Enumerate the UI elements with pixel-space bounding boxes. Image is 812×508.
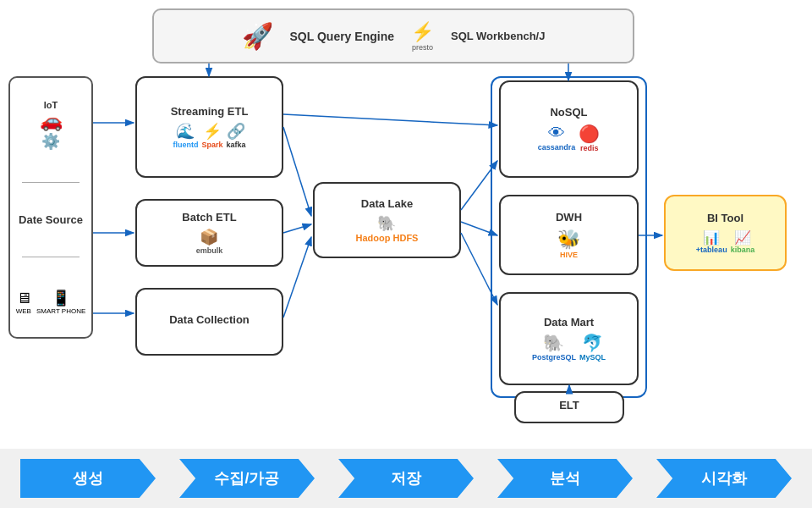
settings-icon: ⚙️: [41, 132, 60, 151]
elt-title: ELT: [559, 399, 579, 413]
batch-etl-icons: 📦 embulk: [196, 228, 223, 255]
spark-label: Spark: [201, 141, 222, 149]
svg-line-9: [283, 114, 497, 125]
bottom-label-2: 수집/가공: [214, 468, 279, 489]
web-section: 🖥 WEB: [16, 290, 31, 315]
bottom-label-1: 생성: [73, 468, 103, 489]
sql-engine-label: SQL Query Engine: [290, 30, 394, 43]
batch-etl-title: Batch ETL: [182, 211, 236, 225]
kafka-label: kafka: [226, 141, 245, 149]
streaming-etl-box: Streaming ETL 🌊 fluentd ⚡ Spark 🔗 kafka: [135, 76, 283, 178]
data-lake-box: Data Lake 🐘 Hadoop HDFS: [313, 182, 461, 258]
diagram-area: 🚀 SQL Query Engine ⚡ presto SQL Workbenc…: [0, 0, 812, 432]
bottom-arrow-2: 수집/가공: [179, 459, 315, 498]
dwh-box: DWH 🐝 HIVE: [499, 195, 639, 275]
bottom-arrow-5: 시각화: [656, 459, 792, 498]
kibana-label: kibana: [731, 246, 755, 254]
embulk-icon: 📦: [200, 228, 218, 246]
postgres-label: PostgreSQL: [532, 353, 576, 362]
tableau-icon: 📊: [703, 229, 720, 246]
hadoop-label: Hadoop HDFS: [356, 233, 419, 243]
mysql-icon: 🐬: [582, 333, 603, 353]
bottom-bar: 생성 수집/가공 저장 분석 시각화: [0, 449, 812, 508]
postgres-icon: 🐘: [543, 333, 564, 353]
nosql-icons: 👁 cassandra 🔴 redis: [538, 124, 601, 152]
bottom-arrow-1: 생성: [20, 459, 156, 498]
mysql-label: MySQL: [579, 353, 606, 362]
fluentd-icon: 🌊: [176, 122, 195, 141]
bi-tool-title: BI Tool: [707, 212, 743, 226]
embulk-label: embulk: [196, 246, 223, 255]
rocket-icon: 🚀: [242, 21, 273, 51]
hadoop-section: 🐘 Hadoop HDFS: [356, 214, 419, 243]
smartphone-label: SMART PHONE: [36, 307, 85, 315]
bottom-arrow-4: 분석: [497, 459, 633, 498]
iot-section: IoT 🚗 ⚙️: [40, 100, 63, 151]
data-mart-title: Data Mart: [544, 316, 594, 330]
bottom-arrow-3: 저장: [338, 459, 474, 498]
presto-logo: ⚡: [411, 21, 434, 43]
phone-icon: 📱: [52, 289, 70, 307]
sql-query-engine-box: 🚀 SQL Query Engine ⚡ presto SQL Workbenc…: [152, 8, 634, 64]
iot-label: IoT: [44, 100, 58, 110]
tableau-label: +tableau: [696, 246, 727, 254]
kafka-icon: 🔗: [227, 122, 245, 141]
smartphone-section: 📱 SMART PHONE: [36, 289, 85, 315]
dwh-icons: 🐝 HIVE: [557, 229, 580, 259]
hadoop-icon: 🐘: [377, 214, 396, 233]
hive-icon: 🐝: [557, 229, 580, 251]
hive-label: HIVE: [560, 251, 578, 259]
data-mart-icons: 🐘 PostgreSQL 🐬 MySQL: [532, 333, 606, 362]
streaming-etl-title: Streaming ETL: [171, 105, 249, 119]
bottom-label-3: 저장: [391, 468, 421, 489]
streaming-etl-icons: 🌊 fluentd ⚡ Spark 🔗 kafka: [173, 122, 245, 149]
nosql-title: NoSQL: [550, 106, 587, 120]
dwh-title: DWH: [556, 211, 582, 225]
date-source-box: IoT 🚗 ⚙️ Date Source 🖥 WEB 📱 SMART PHONE: [8, 76, 93, 339]
web-smartphone-section: 🖥 WEB 📱 SMART PHONE: [16, 289, 86, 315]
redis-label: redis: [580, 144, 599, 152]
bi-tool-icons: 📊 +tableau 📈 kibana: [696, 229, 754, 254]
svg-line-6: [283, 127, 311, 216]
data-collection-title: Data Collection: [169, 313, 250, 328]
bi-tool-box: BI Tool 📊 +tableau 📈 kibana: [664, 195, 787, 271]
kibana-icon: 📈: [734, 229, 751, 246]
sql-workbench-label: SQL Workbench/J: [451, 30, 546, 42]
web-label: WEB: [16, 307, 31, 315]
cassandra-label: cassandra: [538, 143, 576, 152]
date-source-label: Date Source: [19, 213, 83, 226]
spark-icon: ⚡: [203, 122, 222, 141]
data-collection-box: Data Collection: [135, 288, 283, 356]
svg-line-8: [283, 237, 311, 318]
data-mart-box: Data Mart 🐘 PostgreSQL 🐬 MySQL: [499, 292, 639, 385]
bottom-label-5: 시각화: [701, 468, 747, 489]
nosql-box: NoSQL 👁 cassandra 🔴 redis: [499, 80, 639, 178]
web-icon: 🖥: [16, 290, 31, 307]
batch-etl-box: Batch ETL 📦 embulk: [135, 199, 283, 267]
data-lake-title: Data Lake: [361, 197, 413, 212]
elt-box: ELT: [514, 391, 624, 423]
svg-line-7: [283, 224, 311, 233]
bottom-label-4: 분석: [550, 468, 580, 489]
presto-label: presto: [412, 43, 433, 52]
fluentd-label: fluentd: [173, 141, 198, 149]
cassandra-icon: 👁: [548, 124, 565, 143]
car-icon: 🚗: [40, 110, 63, 132]
redis-icon: 🔴: [579, 124, 600, 144]
